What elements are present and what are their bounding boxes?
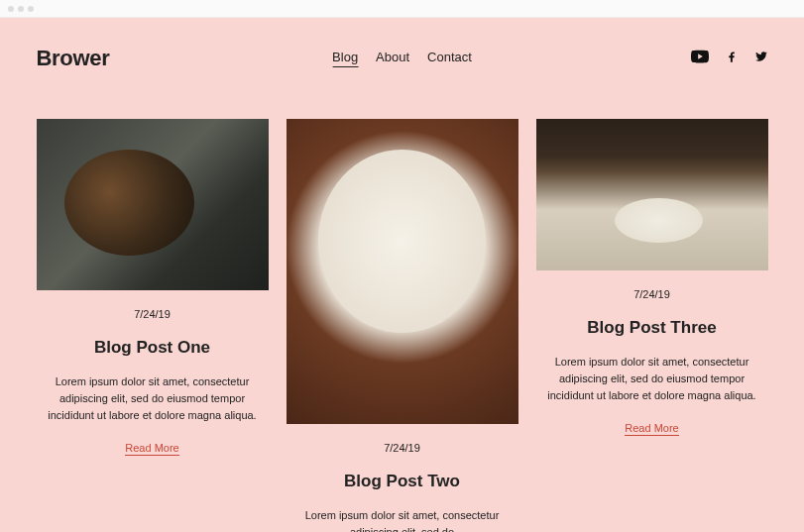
post-title[interactable]: Blog Post Two bbox=[344, 472, 460, 491]
nav-about[interactable]: About bbox=[376, 50, 409, 67]
nav-contact[interactable]: Contact bbox=[427, 50, 472, 67]
blog-card: 7/24/19 Blog Post Three Lorem ipsum dolo… bbox=[536, 119, 768, 532]
window-max-dot[interactable] bbox=[28, 6, 34, 12]
read-more-link[interactable]: Read More bbox=[625, 422, 678, 436]
facebook-icon bbox=[725, 50, 739, 66]
post-date: 7/24/19 bbox=[633, 288, 670, 300]
facebook-link[interactable] bbox=[725, 50, 739, 67]
youtube-link[interactable] bbox=[691, 48, 709, 69]
window-close-dot[interactable] bbox=[8, 6, 14, 12]
site-title[interactable]: Brower bbox=[37, 46, 110, 71]
post-excerpt: Lorem ipsum dolor sit amet, consectetur … bbox=[37, 373, 269, 424]
post-image[interactable] bbox=[287, 119, 518, 424]
post-date: 7/24/19 bbox=[134, 308, 171, 320]
primary-nav: Blog About Contact bbox=[332, 50, 472, 67]
window-min-dot[interactable] bbox=[18, 6, 24, 12]
post-title[interactable]: Blog Post Three bbox=[587, 318, 716, 338]
twitter-link[interactable] bbox=[754, 50, 768, 67]
post-date: 7/24/19 bbox=[384, 442, 420, 454]
page-body: Brower Blog About Contact bbox=[0, 18, 804, 532]
post-image[interactable] bbox=[536, 119, 768, 270]
browser-chrome bbox=[0, 0, 804, 18]
read-more-link[interactable]: Read More bbox=[125, 442, 178, 456]
site-header: Brower Blog About Contact bbox=[37, 18, 768, 119]
twitter-icon bbox=[754, 50, 768, 66]
blog-card: 7/24/19 Blog Post One Lorem ipsum dolor … bbox=[37, 119, 269, 532]
nav-blog[interactable]: Blog bbox=[332, 50, 358, 67]
post-excerpt: Lorem ipsum dolor sit amet, consectetur … bbox=[536, 354, 768, 404]
youtube-icon bbox=[691, 52, 709, 68]
post-title[interactable]: Blog Post One bbox=[94, 338, 210, 358]
post-image[interactable] bbox=[37, 119, 269, 290]
social-links bbox=[691, 48, 768, 69]
post-excerpt: Lorem ipsum dolor sit amet, consectetur … bbox=[287, 507, 518, 532]
blog-grid: 7/24/19 Blog Post One Lorem ipsum dolor … bbox=[37, 119, 768, 532]
blog-card: 7/24/19 Blog Post Two Lorem ipsum dolor … bbox=[287, 119, 518, 532]
